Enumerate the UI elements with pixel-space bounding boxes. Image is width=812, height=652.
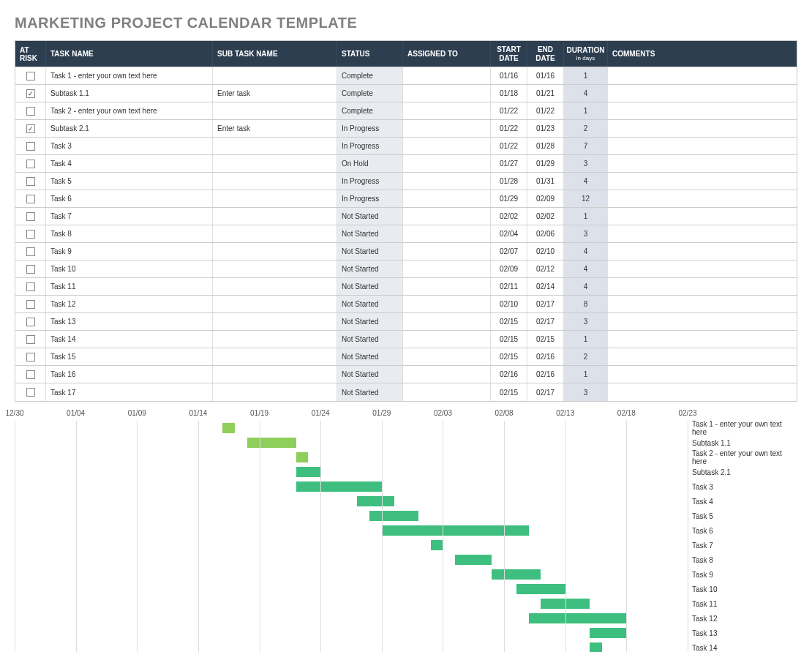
status-cell[interactable]: Not Started [337,383,403,401]
assigned-cell[interactable] [403,138,491,154]
at-risk-cell[interactable] [15,85,46,102]
end-date-cell[interactable]: 01/22 [527,102,564,119]
at-risk-cell[interactable] [15,155,46,172]
checkbox-icon[interactable] [26,142,35,151]
at-risk-cell[interactable] [15,208,46,225]
comments-cell[interactable] [608,243,797,260]
comments-cell[interactable] [608,261,797,277]
end-date-cell[interactable]: 01/16 [527,67,564,84]
task-name-cell[interactable]: Task 5 [46,173,213,190]
task-name-cell[interactable]: Task 14 [46,331,213,348]
task-name-cell[interactable]: Task 17 [46,383,213,401]
status-cell[interactable]: Complete [337,67,403,84]
start-date-cell[interactable]: 01/22 [491,120,527,137]
checkbox-icon[interactable] [26,107,35,116]
start-date-cell[interactable]: 02/15 [491,348,527,365]
status-cell[interactable]: Not Started [337,278,403,295]
start-date-cell[interactable]: 02/10 [491,296,527,312]
end-date-cell[interactable]: 02/17 [527,313,564,330]
comments-cell[interactable] [608,102,797,119]
task-name-cell[interactable]: Task 15 [46,348,213,365]
end-date-cell[interactable]: 02/15 [527,331,564,348]
at-risk-cell[interactable] [15,102,46,119]
assigned-cell[interactable] [403,348,491,365]
assigned-cell[interactable] [403,261,491,277]
comments-cell[interactable] [608,383,797,401]
end-date-cell[interactable]: 01/23 [527,120,564,137]
task-name-cell[interactable]: Task 8 [46,225,213,242]
at-risk-cell[interactable] [15,313,46,330]
task-name-cell[interactable]: Task 4 [46,155,213,172]
checkbox-icon[interactable] [26,265,35,274]
at-risk-cell[interactable] [15,120,46,137]
assigned-cell[interactable] [403,225,491,242]
end-date-cell[interactable]: 02/02 [527,208,564,225]
end-date-cell[interactable]: 02/17 [527,296,564,312]
subtask-cell[interactable] [213,208,337,225]
assigned-cell[interactable] [403,173,491,190]
assigned-cell[interactable] [403,366,491,383]
at-risk-cell[interactable] [15,243,46,260]
subtask-cell[interactable] [213,173,337,190]
at-risk-cell[interactable] [15,278,46,295]
subtask-cell[interactable] [213,225,337,242]
task-name-cell[interactable]: Task 16 [46,366,213,383]
comments-cell[interactable] [608,313,797,330]
assigned-cell[interactable] [403,296,491,312]
subtask-cell[interactable] [213,366,337,383]
start-date-cell[interactable]: 02/02 [491,208,527,225]
start-date-cell[interactable]: 02/07 [491,243,527,260]
task-name-cell[interactable]: Task 10 [46,261,213,277]
start-date-cell[interactable]: 01/29 [491,190,527,207]
subtask-cell[interactable] [213,243,337,260]
status-cell[interactable]: Complete [337,85,403,102]
start-date-cell[interactable]: 01/16 [491,67,527,84]
status-cell[interactable]: Not Started [337,331,403,348]
task-name-cell[interactable]: Task 13 [46,313,213,330]
comments-cell[interactable] [608,366,797,383]
end-date-cell[interactable]: 01/29 [527,155,564,172]
task-name-cell[interactable]: Task 2 - enter your own text here [46,102,213,119]
comments-cell[interactable] [608,225,797,242]
checkbox-icon[interactable] [26,89,35,98]
end-date-cell[interactable]: 02/17 [527,383,564,401]
status-cell[interactable]: In Progress [337,120,403,137]
task-name-cell[interactable]: Task 7 [46,208,213,225]
checkbox-icon[interactable] [26,160,35,168]
subtask-cell[interactable] [213,278,337,295]
start-date-cell[interactable]: 01/22 [491,138,527,154]
end-date-cell[interactable]: 02/10 [527,243,564,260]
checkbox-icon[interactable] [26,195,35,203]
task-name-cell[interactable]: Task 3 [46,138,213,154]
checkbox-icon[interactable] [26,282,35,291]
start-date-cell[interactable]: 02/15 [491,313,527,330]
status-cell[interactable]: In Progress [337,190,403,207]
comments-cell[interactable] [608,173,797,190]
start-date-cell[interactable]: 01/18 [491,85,527,102]
at-risk-cell[interactable] [15,67,46,84]
start-date-cell[interactable]: 02/09 [491,261,527,277]
status-cell[interactable]: Not Started [337,208,403,225]
assigned-cell[interactable] [403,208,491,225]
end-date-cell[interactable]: 02/14 [527,278,564,295]
end-date-cell[interactable]: 01/21 [527,85,564,102]
comments-cell[interactable] [608,208,797,225]
comments-cell[interactable] [608,296,797,312]
start-date-cell[interactable]: 01/27 [491,155,527,172]
at-risk-cell[interactable] [15,331,46,348]
status-cell[interactable]: On Hold [337,155,403,172]
comments-cell[interactable] [608,278,797,295]
at-risk-cell[interactable] [15,366,46,383]
subtask-cell[interactable] [213,331,337,348]
checkbox-icon[interactable] [26,247,35,256]
checkbox-icon[interactable] [26,212,35,221]
at-risk-cell[interactable] [15,296,46,312]
assigned-cell[interactable] [403,383,491,401]
at-risk-cell[interactable] [15,138,46,154]
subtask-cell[interactable] [213,138,337,154]
status-cell[interactable]: Complete [337,102,403,119]
subtask-cell[interactable] [213,313,337,330]
at-risk-cell[interactable] [15,190,46,207]
status-cell[interactable]: Not Started [337,261,403,277]
assigned-cell[interactable] [403,243,491,260]
